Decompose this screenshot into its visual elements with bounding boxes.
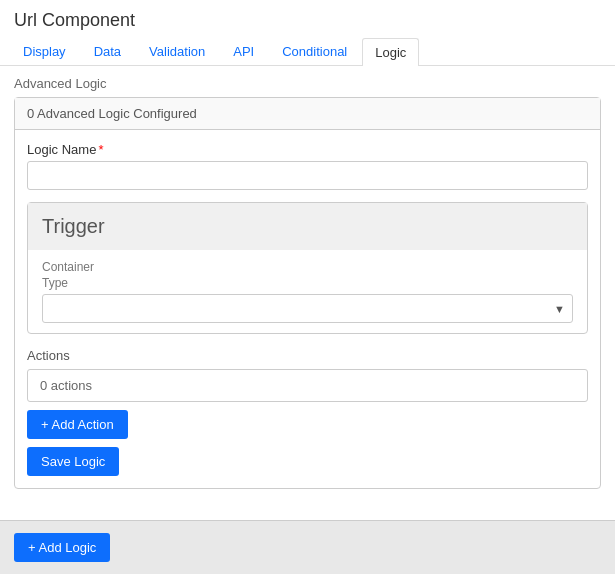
actions-count-box: 0 actions [27,369,588,402]
main-content: Advanced Logic 0 Advanced Logic Configur… [0,66,615,520]
tab-validation[interactable]: Validation [136,37,218,65]
actions-section: Actions 0 actions + Add Action Save Logi… [27,348,588,476]
type-label: Type [42,276,573,290]
tab-conditional[interactable]: Conditional [269,37,360,65]
page-title: Url Component [0,0,615,37]
trigger-card-header: Trigger [28,203,587,250]
type-select-wrapper: ▼ [42,294,573,323]
container-label: Container [42,260,573,274]
trigger-card-body: Container Type ▼ [28,250,587,333]
tab-display[interactable]: Display [10,37,79,65]
tabs-bar: Display Data Validation API Conditional … [0,37,615,66]
tab-data[interactable]: Data [81,37,134,65]
tab-logic[interactable]: Logic [362,38,419,66]
advanced-logic-label: Advanced Logic [14,76,601,91]
required-star: * [98,142,103,157]
page-container: Url Component Display Data Validation AP… [0,0,615,574]
add-logic-button[interactable]: + Add Logic [14,533,110,562]
save-logic-button[interactable]: Save Logic [27,447,119,476]
bottom-bar: + Add Logic [0,520,615,574]
logic-card-header: 0 Advanced Logic Configured [15,98,600,130]
trigger-card: Trigger Container Type ▼ [27,202,588,334]
logic-name-input[interactable] [27,161,588,190]
tab-api[interactable]: API [220,37,267,65]
actions-label: Actions [27,348,588,363]
logic-card-body: Logic Name* Trigger Container Type ▼ [15,130,600,488]
logic-name-label: Logic Name* [27,142,588,157]
type-select[interactable] [42,294,573,323]
logic-card: 0 Advanced Logic Configured Logic Name* … [14,97,601,489]
add-action-button[interactable]: + Add Action [27,410,128,439]
